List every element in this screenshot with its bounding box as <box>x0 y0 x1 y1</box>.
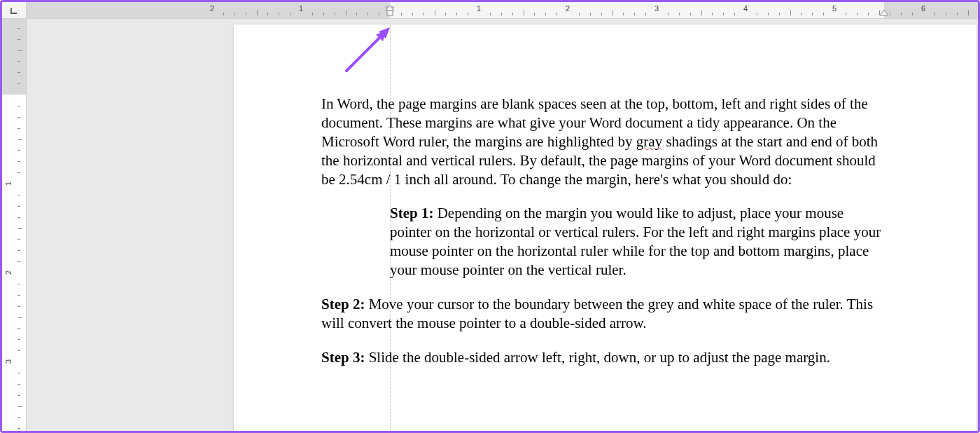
document-viewport[interactable]: In Word, the page margins are blank spac… <box>27 19 978 431</box>
intro-paragraph: In Word, the page margins are blank spac… <box>321 95 886 188</box>
hruler-number: 6 <box>921 4 925 13</box>
hruler-left-margin-shade <box>27 2 390 19</box>
step-1-paragraph: Step 1: Depending on the margin you woul… <box>390 204 886 280</box>
page-content[interactable]: In Word, the page margins are blank spac… <box>321 95 886 383</box>
step-3-text: Slide the double-sided arrow left, right… <box>365 349 830 366</box>
right-indent-marker[interactable] <box>879 6 889 19</box>
hruler-number: 1 <box>299 4 303 13</box>
hruler-number: 4 <box>743 4 748 13</box>
vertical-ruler[interactable]: 1234 <box>2 19 27 431</box>
step-3-label: Step 3: <box>321 349 365 366</box>
hanging-indent-marker[interactable] <box>385 5 395 19</box>
hruler-number: 3 <box>654 4 659 13</box>
vruler-number: 1 <box>4 181 13 186</box>
tab-stop-icon <box>10 6 18 15</box>
app-frame: 21123456 1234 In Word, the page margins … <box>0 0 980 433</box>
step-3-paragraph: Step 3: Slide the double-sided arrow lef… <box>321 348 886 367</box>
step-1-text: Depending on the margin you would like t… <box>390 205 881 278</box>
step-2-paragraph: Step 2: Move your cursor to the boundary… <box>321 295 886 333</box>
hruler-number: 2 <box>210 4 214 13</box>
indent-up-triangle-square-icon <box>385 5 395 16</box>
step-1-label: Step 1: <box>390 205 433 221</box>
vruler-top-margin-shade <box>2 19 27 95</box>
horizontal-ruler[interactable]: 21123456 <box>27 2 978 19</box>
vruler-number: 2 <box>4 270 13 275</box>
hruler-number: 1 <box>477 4 481 13</box>
step-2-text: Move your cursor to the boundary between… <box>321 296 873 331</box>
hruler-right-margin-shade <box>884 2 978 19</box>
ruler-corner <box>2 2 27 19</box>
vruler-number: 3 <box>4 359 13 364</box>
indent-up-triangle-icon <box>879 9 889 16</box>
svg-rect-0 <box>387 11 393 15</box>
document-page[interactable]: In Word, the page margins are blank spac… <box>234 25 976 431</box>
hruler-number: 5 <box>832 4 836 13</box>
step-2-label: Step 2: <box>321 296 365 312</box>
hruler-number: 2 <box>566 4 570 13</box>
spelling-error: gray <box>636 133 662 150</box>
